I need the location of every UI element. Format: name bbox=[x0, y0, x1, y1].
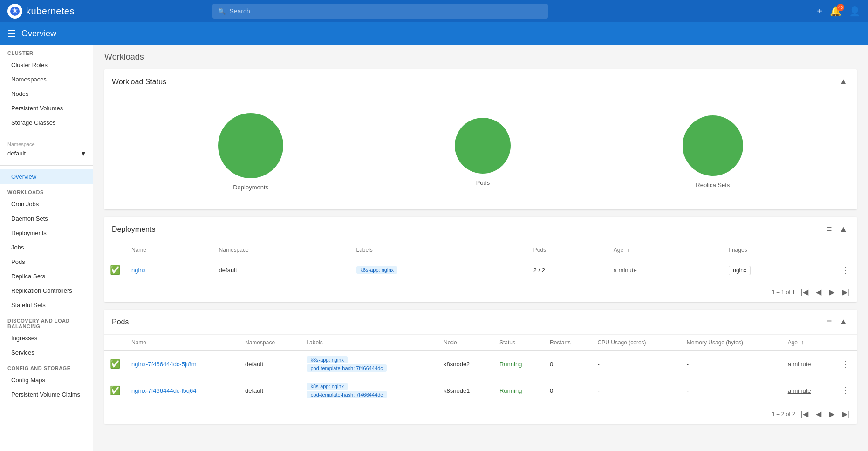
pod-status-running-0: Running bbox=[499, 361, 522, 368]
pod-age-link-1[interactable]: a minute bbox=[788, 387, 811, 394]
account-button[interactable]: 👤 bbox=[849, 6, 861, 17]
namespace-select[interactable]: default ▾ bbox=[7, 149, 85, 158]
sidebar-item-cluster-roles[interactable]: Cluster Roles bbox=[0, 58, 93, 72]
sidebar-item-pods[interactable]: Pods bbox=[0, 255, 93, 269]
deployment-row-age: a minute bbox=[608, 258, 723, 282]
deployments-last-page-button[interactable]: ▶| bbox=[840, 286, 851, 298]
menu-icon[interactable]: ☰ bbox=[7, 28, 16, 39]
sidebar-item-namespaces[interactable]: Namespaces bbox=[0, 72, 93, 87]
label-chip-1-0: k8s-app: nginx bbox=[307, 383, 348, 390]
page-header-title: Overview bbox=[21, 29, 56, 39]
sidebar: Cluster Cluster Roles Namespaces Nodes P… bbox=[0, 45, 93, 451]
deployments-title: Deployments bbox=[112, 225, 155, 234]
replica-sets-circle bbox=[683, 115, 743, 176]
deployment-row-images: nginx bbox=[723, 258, 834, 282]
replica-sets-circle-item: Replica Sets bbox=[683, 115, 743, 188]
pod-row-1-labels: k8s-app: nginx pod-template-hash: 7f4664… bbox=[301, 377, 438, 404]
sidebar-item-persistent-volumes[interactable]: Persistent Volumes bbox=[0, 101, 93, 115]
pods-collapse-button[interactable]: ▲ bbox=[837, 315, 849, 329]
age-sort-icon: ↑ bbox=[627, 247, 629, 253]
label-chip-0-1: pod-template-hash: 7f466444dc bbox=[307, 364, 386, 372]
pod-more-button-1[interactable]: ⋮ bbox=[839, 384, 851, 397]
deployments-col-images: Images bbox=[723, 242, 834, 258]
sidebar-item-replica-sets[interactable]: Replica Sets bbox=[0, 269, 93, 283]
sidebar-item-nodes[interactable]: Nodes bbox=[0, 87, 93, 101]
kubernetes-logo-icon bbox=[7, 4, 22, 19]
deployments-pagination-text: 1 – 1 of 1 bbox=[772, 289, 795, 296]
cluster-section-title: Cluster bbox=[0, 45, 93, 58]
pod-row-1-cpu: - bbox=[592, 377, 681, 404]
add-button[interactable]: + bbox=[817, 6, 822, 17]
pods-last-page-button[interactable]: ▶| bbox=[840, 408, 851, 420]
table-row: ✅ nginx-7f466444dc-l5q64 default k8s-app… bbox=[104, 377, 857, 404]
namespace-label: Namespace bbox=[7, 141, 85, 147]
sidebar-item-ingresses[interactable]: Ingresses bbox=[0, 331, 93, 345]
search-input[interactable] bbox=[229, 7, 542, 15]
pods-table-header-row: Name Namespace Labels Node Status Restar… bbox=[104, 335, 857, 351]
topbar-actions: + 🔔 48 👤 bbox=[817, 6, 861, 17]
deployments-first-page-button[interactable]: |◀ bbox=[799, 286, 810, 298]
pods-col-restarts: Restarts bbox=[544, 335, 592, 351]
deployments-header: Deployments ≡ ▲ bbox=[104, 217, 857, 242]
pods-first-page-button[interactable]: |◀ bbox=[799, 408, 810, 420]
sidebar-item-overview[interactable]: Overview bbox=[0, 169, 93, 184]
pod-age-link-0[interactable]: a minute bbox=[788, 361, 811, 368]
deployments-next-page-button[interactable]: ▶ bbox=[827, 286, 836, 298]
table-row: ✅ nginx default k8s-app: nginx 2 / 2 a m… bbox=[104, 258, 857, 282]
svg-point-1 bbox=[14, 10, 16, 13]
pod-row-0-memory: - bbox=[681, 351, 782, 377]
discovery-section-title: Discovery and Load Balancing bbox=[0, 312, 93, 331]
sidebar-item-config-maps[interactable]: Config Maps bbox=[0, 373, 93, 387]
pods-prev-page-button[interactable]: ◀ bbox=[814, 408, 823, 420]
deployments-circle bbox=[218, 113, 283, 178]
pods-pagination: 1 – 2 of 2 |◀ ◀ ▶ ▶| bbox=[104, 404, 857, 424]
label-chip-1-1: pod-template-hash: 7f466444dc bbox=[307, 391, 386, 398]
pods-col-actions bbox=[834, 335, 857, 351]
sidebar-item-replication-controllers[interactable]: Replication Controllers bbox=[0, 283, 93, 298]
pod-row-0-status: ✅ bbox=[104, 351, 126, 377]
deployments-col-status bbox=[104, 242, 126, 258]
sidebar-item-persistent-volume-claims[interactable]: Persistent Volume Claims bbox=[0, 387, 93, 402]
pods-table-container: Name Namespace Labels Node Status Restar… bbox=[104, 335, 857, 424]
status-ok-icon: ✅ bbox=[110, 359, 120, 369]
workload-status-collapse-button[interactable]: ▲ bbox=[837, 75, 849, 88]
sidebar-item-stateful-sets[interactable]: Stateful Sets bbox=[0, 298, 93, 312]
sidebar-item-cron-jobs[interactable]: Cron Jobs bbox=[0, 197, 93, 211]
pods-title: Pods bbox=[112, 318, 129, 326]
deployments-prev-page-button[interactable]: ◀ bbox=[814, 286, 823, 298]
workload-status-actions: ▲ bbox=[837, 75, 849, 88]
deployments-filter-button[interactable]: ≡ bbox=[825, 222, 834, 236]
deployments-collapse-button[interactable]: ▲ bbox=[837, 222, 849, 236]
deployments-col-age[interactable]: Age ↑ bbox=[608, 242, 723, 258]
notifications-button[interactable]: 🔔 48 bbox=[830, 6, 841, 17]
sidebar-item-services[interactable]: Services bbox=[0, 345, 93, 360]
sidebar-item-storage-classes[interactable]: Storage Classes bbox=[0, 115, 93, 130]
deployment-name-link[interactable]: nginx bbox=[131, 267, 146, 274]
pods-next-page-button[interactable]: ▶ bbox=[827, 408, 836, 420]
deployment-more-button[interactable]: ⋮ bbox=[839, 263, 851, 277]
notification-badge: 48 bbox=[837, 4, 844, 11]
deployment-age-link[interactable]: a minute bbox=[614, 267, 637, 274]
body: Cluster Cluster Roles Namespaces Nodes P… bbox=[0, 45, 868, 451]
label-chip-0-0: k8s-app: nginx bbox=[307, 356, 348, 363]
sidebar-item-jobs[interactable]: Jobs bbox=[0, 240, 93, 255]
pod-row-1-name: nginx-7f466444dc-l5q64 bbox=[126, 377, 239, 404]
search-bar[interactable]: 🔍 bbox=[212, 4, 548, 19]
pods-col-name: Name bbox=[126, 335, 239, 351]
pod-more-button-0[interactable]: ⋮ bbox=[839, 357, 851, 371]
pod-row-0-age: a minute bbox=[782, 351, 834, 377]
deployments-table-container: Name Namespace Labels Pods Age ↑ Images … bbox=[104, 242, 857, 302]
deployments-actions: ≡ ▲ bbox=[825, 222, 849, 236]
pod-row-0-name: nginx-7f466444dc-5jt8m bbox=[126, 351, 239, 377]
sidebar-item-deployments[interactable]: Deployments bbox=[0, 226, 93, 240]
app-name: kubernetes bbox=[26, 6, 75, 17]
pods-actions: ≡ ▲ bbox=[825, 315, 849, 329]
pods-col-age[interactable]: Age ↑ bbox=[782, 335, 834, 351]
pods-filter-button[interactable]: ≡ bbox=[825, 315, 834, 329]
sidebar-item-daemon-sets[interactable]: Daemon Sets bbox=[0, 211, 93, 226]
status-ok-icon: ✅ bbox=[110, 386, 120, 395]
pod-name-link-1[interactable]: nginx-7f466444dc-l5q64 bbox=[131, 387, 197, 394]
pod-name-link-0[interactable]: nginx-7f466444dc-5jt8m bbox=[131, 361, 196, 368]
config-section-title: Config and Storage bbox=[0, 360, 93, 373]
pods-col-namespace: Namespace bbox=[239, 335, 301, 351]
